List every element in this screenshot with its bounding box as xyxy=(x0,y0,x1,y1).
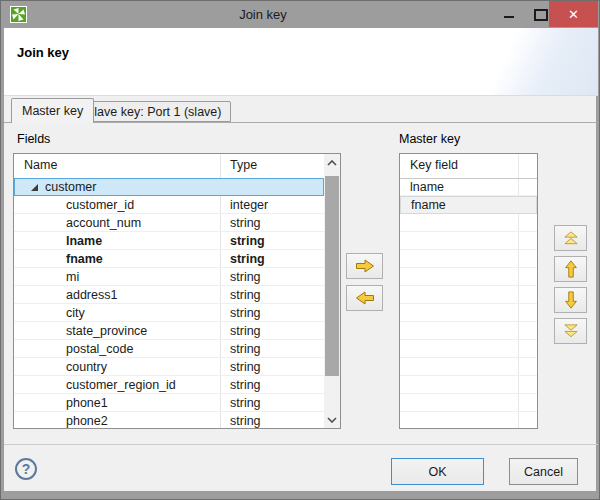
master-key-label: Master key xyxy=(399,132,460,146)
master-key-table: Key field lnamefname xyxy=(399,153,538,429)
key-field-row[interactable]: fname xyxy=(400,196,537,214)
dialog-header: Join key xyxy=(4,28,598,96)
maximize-icon xyxy=(534,9,548,21)
help-icon: ? xyxy=(22,461,31,477)
empty-row xyxy=(400,304,537,322)
ok-button[interactable]: OK xyxy=(391,458,484,485)
add-key-button[interactable] xyxy=(346,253,383,279)
empty-row xyxy=(400,394,537,412)
tab-strip: Master key Slave key: Port 1 (slave) xyxy=(4,95,598,123)
field-type: string xyxy=(220,252,265,266)
field-row[interactable]: lnamestring xyxy=(14,232,324,250)
cancel-button[interactable]: Cancel xyxy=(509,458,578,485)
field-row[interactable]: phone2string xyxy=(14,412,324,428)
scrollbar-down-icon[interactable] xyxy=(324,411,340,428)
tree-expander-icon[interactable] xyxy=(30,183,39,192)
field-name: customer_region_id xyxy=(14,378,220,392)
arrow-up-icon xyxy=(564,260,578,278)
field-row[interactable]: countrystring xyxy=(14,358,324,376)
empty-row xyxy=(400,376,537,394)
empty-row xyxy=(400,214,537,232)
field-name: postal_code xyxy=(14,342,220,356)
field-type: string xyxy=(220,288,261,302)
empty-row xyxy=(400,322,537,340)
empty-row xyxy=(400,268,537,286)
close-button[interactable]: ✕ xyxy=(549,1,598,27)
field-name: account_num xyxy=(14,216,220,230)
move-up-button[interactable] xyxy=(554,256,587,282)
join-key-dialog: Join key ✕ Join key Master key Slave key… xyxy=(0,0,600,500)
field-row[interactable]: state_provincestring xyxy=(14,322,324,340)
empty-row xyxy=(400,358,537,376)
scrollbar-thumb[interactable] xyxy=(325,176,339,376)
empty-row xyxy=(400,250,537,268)
fields-label: Fields xyxy=(17,132,50,146)
field-name: country xyxy=(14,360,220,374)
field-type: string xyxy=(220,342,261,356)
field-name: phone1 xyxy=(14,396,220,410)
field-type: string xyxy=(220,216,261,230)
field-name: city xyxy=(14,306,220,320)
field-row[interactable]: citystring xyxy=(14,304,324,322)
minimize-button[interactable] xyxy=(493,1,525,27)
field-row[interactable]: mistring xyxy=(14,268,324,286)
move-down-button[interactable] xyxy=(554,287,587,313)
field-name: state_province xyxy=(14,324,220,338)
titlebar[interactable]: Join key ✕ xyxy=(1,1,600,28)
column-header-name: Name xyxy=(24,158,57,172)
master-key-table-header: Key field xyxy=(400,154,537,179)
fields-table: Name Type customer customer_idintegeracc… xyxy=(13,153,341,429)
field-type: string xyxy=(220,306,261,320)
footer-separator xyxy=(4,444,598,445)
field-row[interactable]: customer_region_idstring xyxy=(14,376,324,394)
field-name: customer_id xyxy=(14,198,220,212)
column-header-key-field: Key field xyxy=(410,158,458,172)
move-bottom-button[interactable] xyxy=(554,318,587,344)
move-top-button[interactable] xyxy=(554,225,587,251)
field-row[interactable]: address1string xyxy=(14,286,324,304)
column-header-type: Type xyxy=(230,158,257,172)
double-chevron-up-icon xyxy=(563,231,579,245)
field-type: string xyxy=(220,270,261,284)
help-button[interactable]: ? xyxy=(15,458,37,480)
empty-row xyxy=(400,232,537,250)
field-row[interactable]: postal_codestring xyxy=(14,340,324,358)
field-name: address1 xyxy=(14,288,220,302)
close-icon: ✕ xyxy=(568,7,579,22)
field-type: string xyxy=(220,234,265,248)
field-type: string xyxy=(220,396,261,410)
field-type: string xyxy=(220,324,261,338)
field-row[interactable]: phone1string xyxy=(14,394,324,412)
minimize-icon xyxy=(504,16,514,18)
window-border-bottom xyxy=(1,491,599,499)
arrow-down-icon xyxy=(564,291,578,309)
field-row[interactable]: customer_idinteger xyxy=(14,196,324,214)
key-field-row[interactable]: lname xyxy=(400,178,537,196)
field-type: string xyxy=(220,378,261,392)
field-type: integer xyxy=(220,198,268,212)
tree-row-customer[interactable]: customer xyxy=(14,178,324,196)
empty-row xyxy=(400,286,537,304)
fields-scrollbar[interactable] xyxy=(324,154,340,428)
field-row[interactable]: fnamestring xyxy=(14,250,324,268)
dialog-title: Join key xyxy=(17,45,69,60)
master-key-table-body: lnamefname xyxy=(400,178,537,428)
field-name: phone2 xyxy=(14,414,220,428)
scrollbar-up-icon[interactable] xyxy=(324,154,340,171)
field-type: string xyxy=(220,414,261,428)
field-name: mi xyxy=(14,270,220,284)
window-title: Join key xyxy=(1,1,525,28)
header-gradient-decoration xyxy=(428,28,598,95)
field-row[interactable]: account_numstring xyxy=(14,214,324,232)
double-chevron-down-icon xyxy=(563,324,579,338)
tab-slave-key[interactable]: Slave key: Port 1 (slave) xyxy=(76,101,231,122)
tree-row-label: customer xyxy=(15,180,221,194)
remove-key-button[interactable] xyxy=(346,285,383,311)
arrow-right-icon xyxy=(355,259,375,273)
fields-table-header: Name Type xyxy=(14,154,340,179)
tab-master-key[interactable]: Master key xyxy=(11,98,94,123)
arrow-left-icon xyxy=(355,291,375,305)
field-name: fname xyxy=(14,252,220,266)
fields-table-body: customer customer_idintegeraccount_numst… xyxy=(14,178,324,428)
empty-row xyxy=(400,340,537,358)
